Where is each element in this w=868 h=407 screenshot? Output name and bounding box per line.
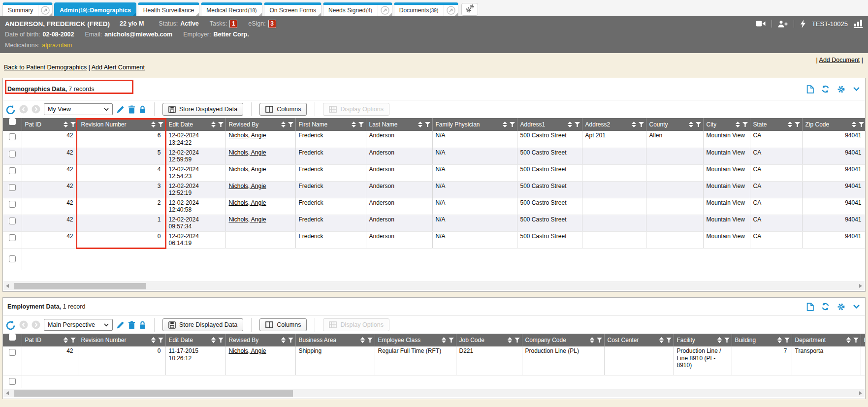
store-displayed-data-button[interactable]: Store Displayed Data (162, 318, 243, 331)
row-checkbox[interactable] (9, 151, 16, 157)
prev-button[interactable] (19, 320, 28, 329)
sort-icon[interactable] (777, 337, 782, 343)
tab-medical-record-18[interactable]: Medical Record (18) (201, 2, 262, 16)
filter-icon[interactable] (597, 338, 602, 343)
tab-summary[interactable]: Summary (2, 2, 53, 16)
column-header-address1[interactable]: Address1 (517, 118, 582, 131)
sort-icon[interactable] (281, 337, 286, 343)
column-header-cost-center[interactable]: Cost Center (604, 334, 674, 346)
filter-icon[interactable] (724, 338, 730, 343)
revised-by-link[interactable]: Nichols, Angie (229, 216, 266, 223)
filter-icon[interactable] (70, 122, 76, 127)
sort-icon[interactable] (151, 122, 156, 127)
lock-view-icon[interactable] (139, 105, 146, 114)
tasks-badge[interactable]: 1 (229, 20, 237, 28)
column-header-first-name[interactable]: First Name (295, 118, 366, 131)
column-header-county[interactable]: County (646, 118, 703, 131)
lightning-icon[interactable] (800, 20, 806, 28)
sort-icon[interactable] (281, 122, 286, 127)
table-row[interactable]: 42512-02-202412:59:59Nichols, AngieFrede… (3, 148, 866, 164)
filter-icon[interactable] (70, 338, 76, 343)
column-header-job-code[interactable]: Job Code (456, 334, 522, 346)
filter-icon[interactable] (158, 338, 163, 343)
select-all-checkbox[interactable] (9, 118, 16, 125)
column-header-state[interactable]: State (750, 118, 802, 131)
gear-icon[interactable] (837, 303, 845, 311)
column-header-zip-code[interactable]: Zip Code (802, 118, 866, 131)
column-header-department[interactable]: Department (792, 334, 861, 346)
scroll-right-arrow[interactable] (859, 391, 862, 395)
horizontal-scrollbar[interactable] (3, 282, 865, 290)
add-document-link[interactable]: Add Document (819, 57, 860, 63)
sort-icon[interactable] (689, 122, 693, 127)
columns-button[interactable]: Columns (259, 103, 307, 116)
row-checkbox[interactable] (9, 234, 16, 241)
scroll-left-arrow[interactable] (6, 391, 9, 395)
sort-icon[interactable] (788, 122, 792, 127)
filter-icon[interactable] (575, 122, 580, 127)
edit-view-icon[interactable] (116, 105, 125, 114)
scrollbar-thumb[interactable] (14, 390, 293, 397)
popout-icon[interactable] (444, 5, 458, 16)
filter-icon[interactable] (639, 122, 644, 127)
gear-icon[interactable] (837, 85, 845, 94)
delete-view-icon[interactable] (128, 105, 135, 114)
refresh-icon[interactable] (821, 303, 830, 311)
popout-icon[interactable] (38, 5, 52, 16)
sort-icon[interactable] (151, 337, 156, 343)
row-checkbox[interactable] (9, 349, 16, 356)
filter-icon[interactable] (784, 338, 790, 343)
table-row[interactable]: 42612-02-202413:24:22Nichols, AngieFrede… (3, 131, 866, 148)
horizontal-scrollbar[interactable] (3, 389, 865, 397)
filter-icon[interactable] (514, 338, 520, 343)
column-header-revision-number[interactable]: Revision Number (78, 118, 165, 131)
revised-by-link[interactable]: Nichols, Angie (229, 149, 266, 156)
filter-icon[interactable] (158, 122, 163, 127)
column-header-company-code[interactable]: Company Code (522, 334, 604, 346)
table-row[interactable]: 42012-02-202406:14:19FrederickAndersonN/… (3, 231, 866, 248)
scroll-right-arrow[interactable] (859, 284, 862, 288)
scrollbar-thumb[interactable] (14, 283, 146, 289)
filter-icon[interactable] (795, 122, 800, 127)
document-icon[interactable] (806, 85, 814, 94)
add-person-icon[interactable] (778, 20, 788, 28)
bar-chart-icon[interactable] (854, 19, 863, 28)
sort-icon[interactable] (508, 337, 512, 343)
tab-settings-button[interactable] (461, 3, 478, 16)
sort-icon[interactable] (360, 337, 365, 343)
medications-value[interactable]: alprazolam (42, 42, 72, 49)
popout-icon[interactable] (378, 5, 392, 16)
tab-health-surveillance[interactable]: Health Surveillance (138, 2, 199, 16)
filter-icon[interactable] (510, 122, 515, 127)
filter-icon[interactable] (358, 122, 364, 127)
delete-view-icon[interactable] (128, 321, 135, 329)
column-header-address2[interactable]: Address2 (582, 118, 646, 131)
refresh-icon[interactable] (821, 85, 830, 93)
row-checkbox[interactable] (9, 201, 16, 208)
sort-icon[interactable] (503, 122, 507, 127)
add-alert-comment-link[interactable]: Add Alert Comment (92, 64, 145, 71)
columns-button[interactable]: Columns (259, 318, 307, 331)
revised-by-link[interactable]: Nichols, Angie (229, 183, 266, 189)
chevron-down-icon[interactable] (853, 87, 860, 92)
sort-icon[interactable] (64, 122, 68, 127)
video-camera-icon[interactable] (756, 20, 766, 27)
row-checkbox[interactable] (9, 218, 16, 224)
row-checkbox[interactable] (9, 378, 16, 385)
view-select[interactable]: My View (44, 103, 113, 115)
column-header-city[interactable]: City (703, 118, 750, 131)
prev-button[interactable] (19, 105, 28, 114)
sort-icon[interactable] (659, 337, 664, 343)
column-header-edit-date[interactable]: Edit Date (165, 334, 225, 346)
filter-icon[interactable] (696, 122, 701, 127)
table-row[interactable]: 42212-02-202412:40:58Nichols, AngieFrede… (3, 198, 866, 215)
revised-by-link[interactable]: Nichols, Angie (229, 132, 266, 139)
filter-icon[interactable] (367, 338, 373, 343)
row-checkbox[interactable] (9, 255, 16, 262)
column-header-business-area[interactable]: Business Area (295, 334, 375, 346)
sort-icon[interactable] (568, 122, 572, 127)
filter-icon[interactable] (288, 338, 293, 343)
filter-icon[interactable] (666, 338, 672, 343)
table-row[interactable]: 42312-02-202412:52:19Nichols, AngieFrede… (3, 181, 866, 198)
column-header-building[interactable]: Building (732, 334, 792, 346)
